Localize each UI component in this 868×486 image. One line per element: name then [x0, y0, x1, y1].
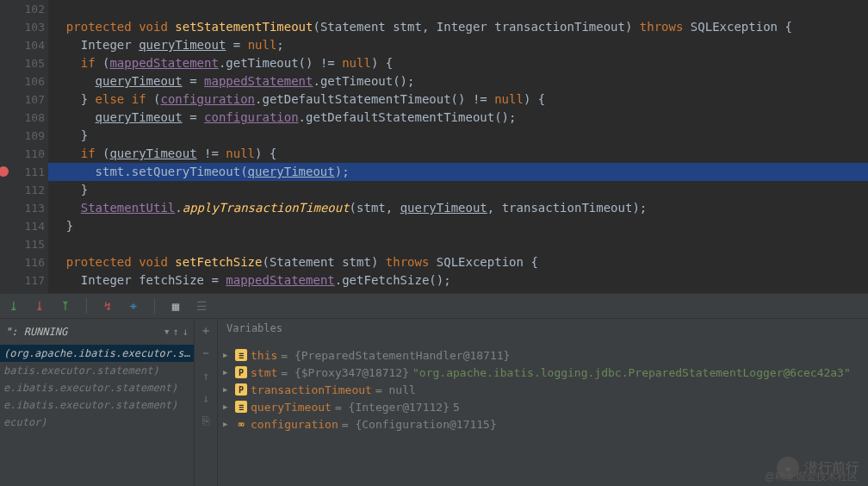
code-line[interactable]: stmt.setQueryTimeout(queryTimeout);	[52, 163, 868, 181]
frame-row[interactable]: e.ibatis.executor.statement)	[0, 379, 194, 396]
var-name: this	[251, 349, 277, 362]
gutter-line[interactable]: 117	[0, 271, 45, 290]
gutter-line[interactable]: 116	[0, 253, 45, 271]
frames-panel: ": RUNNING ▼ ↑ ↓ (org.apache.ibatis.exec…	[0, 319, 195, 486]
copy-icon[interactable]: ⎘	[199, 414, 213, 427]
expand-icon[interactable]: ▶	[223, 351, 232, 359]
add-watch-icon[interactable]: ＋	[199, 324, 213, 338]
code-line[interactable]: } else if (configuration.getDefaultState…	[52, 90, 868, 109]
vars-toolbar: ＋ － ↑ ↓ ⎘	[195, 319, 218, 486]
var-name: stmt	[251, 366, 277, 379]
list-icon[interactable]: ☰	[195, 299, 208, 313]
variables-header: Variables	[218, 319, 868, 345]
param-icon: P	[235, 366, 247, 378]
download-red-icon[interactable]: ⤓	[33, 299, 46, 313]
gutter-line[interactable]: 110	[0, 145, 45, 163]
down-icon[interactable]: ↓	[199, 391, 213, 405]
variables-tree[interactable]: ▶≡this = {PreparedStatementHandler@18711…	[218, 345, 868, 486]
var-name: transactionTimeout	[251, 383, 372, 396]
code-editor[interactable]: 1021031041051061071081091101111121131141…	[0, 0, 868, 293]
frame-row[interactable]: e.ibatis.executor.statement)	[0, 396, 194, 414]
frame-list[interactable]: (org.apache.ibatis.executor.statement)ba…	[0, 345, 194, 431]
var-name: queryTimeout	[251, 401, 332, 414]
var-num: 5	[453, 401, 460, 414]
debug-toolbar: ⤓ ⤓ ⤒ ↯ ⌖ ▦ ☰	[0, 294, 868, 319]
expand-icon[interactable]: ▶	[223, 420, 232, 428]
code-line[interactable]: protected void setStatementTimeout(State…	[52, 18, 868, 36]
gutter-line[interactable]: 112	[0, 181, 45, 199]
gutter-line[interactable]: 109	[0, 127, 45, 145]
var-value: = {Configuration@17115}	[342, 418, 497, 431]
download-icon[interactable]: ⤓	[7, 299, 21, 313]
gutter: 1021031041051061071081091101111121131141…	[0, 0, 48, 293]
cursor-icon[interactable]: ⌖	[127, 299, 140, 313]
code-line[interactable]: Integer fetchSize = mappedStatement.getF…	[52, 271, 868, 290]
frames-header: ": RUNNING ▼ ↑ ↓	[0, 319, 194, 345]
code-line[interactable]: }	[52, 127, 868, 145]
next-frame-icon[interactable]: ↓	[183, 326, 189, 338]
gutter-line[interactable]: 108	[0, 109, 45, 127]
var-value: = {Integer@17112}	[335, 401, 450, 414]
dropdown-icon[interactable]: ▼	[164, 327, 169, 336]
gutter-line[interactable]: 107	[0, 90, 45, 109]
var-value: = null	[375, 383, 416, 396]
variables-panel: Variables ▶≡this = {PreparedStatementHan…	[218, 319, 868, 486]
prev-frame-icon[interactable]: ↑	[173, 326, 179, 338]
expand-icon[interactable]: ▶	[223, 402, 232, 411]
variable-row[interactable]: ▶≡queryTimeout = {Integer@17112} 5	[218, 398, 868, 415]
gutter-line[interactable]: 102	[0, 0, 45, 18]
separator	[154, 298, 155, 314]
gutter-line[interactable]: 115	[0, 235, 45, 253]
debug-panel: ⤓ ⤓ ⤒ ↯ ⌖ ▦ ☰ ": RUNNING ▼ ↑ ↓ (org.apac…	[0, 293, 868, 486]
separator	[86, 298, 87, 314]
gutter-line[interactable]: 103	[0, 18, 45, 36]
code-line[interactable]: queryTimeout = mappedStatement.getTimeou…	[52, 72, 868, 90]
var-value: = {PreparedStatementHandler@18711}	[281, 349, 510, 362]
gutter-line[interactable]: 104	[0, 36, 45, 54]
code-line[interactable]: protected void setFetchSize(Statement st…	[52, 253, 868, 271]
code-line[interactable]	[52, 235, 868, 253]
code-line[interactable]: }	[52, 181, 868, 199]
code-line[interactable]	[52, 0, 868, 18]
object-icon: ∞	[235, 418, 247, 430]
field-icon: ≡	[235, 349, 247, 361]
frame-row[interactable]: (org.apache.ibatis.executor.statement)	[0, 345, 194, 362]
up-icon[interactable]: ↑	[199, 369, 213, 383]
variable-row[interactable]: ▶PtransactionTimeout = null	[218, 381, 868, 398]
gutter-line[interactable]: 113	[0, 199, 45, 217]
debug-lower: ": RUNNING ▼ ↑ ↓ (org.apache.ibatis.exec…	[0, 319, 868, 486]
code-line[interactable]: }	[52, 217, 868, 235]
upload-icon[interactable]: ⤒	[59, 299, 72, 313]
remove-watch-icon[interactable]: －	[199, 346, 213, 360]
variable-row[interactable]: ▶∞configuration = {Configuration@17115}	[218, 415, 868, 433]
code-line[interactable]: if (mappedStatement.getTimeout() != null…	[52, 54, 868, 72]
var-string: "org.apache.ibatis.logging.jdbc.Prepared…	[412, 366, 851, 379]
breakpoint-icon[interactable]	[0, 166, 9, 177]
code-line[interactable]: queryTimeout = configuration.getDefaultS…	[52, 109, 868, 127]
gutter-line[interactable]: 106	[0, 72, 45, 90]
variable-row[interactable]: ▶≡this = {PreparedStatementHandler@18711…	[218, 346, 868, 364]
thread-combo[interactable]: ": RUNNING	[5, 326, 161, 338]
param-icon: P	[235, 383, 247, 396]
variable-row[interactable]: ▶Pstmt = {$Proxy347@18712} "org.apache.i…	[218, 364, 868, 381]
table-icon[interactable]: ▦	[169, 299, 183, 313]
watermark-sub: @稀土掘金技术社区	[765, 470, 858, 484]
expand-icon[interactable]: ▶	[223, 368, 232, 377]
code-line[interactable]: Integer queryTimeout = null;	[52, 36, 868, 54]
frame-row[interactable]: batis.executor.statement)	[0, 362, 194, 379]
gutter-line[interactable]: 111	[0, 163, 45, 181]
field-icon: ≡	[235, 401, 247, 413]
loop-icon[interactable]: ↯	[101, 299, 115, 313]
frame-row[interactable]: ecutor)	[0, 414, 194, 431]
gutter-line[interactable]: 114	[0, 217, 45, 235]
code-line[interactable]: StatementUtil.applyTransactionTimeout(st…	[52, 199, 868, 217]
code-area[interactable]: protected void setStatementTimeout(State…	[48, 0, 868, 293]
code-line[interactable]: if (queryTimeout != null) {	[52, 145, 868, 163]
var-name: configuration	[251, 418, 338, 431]
expand-icon[interactable]: ▶	[223, 385, 232, 394]
var-value: = {$Proxy347@18712}	[281, 366, 409, 379]
gutter-line[interactable]: 105	[0, 54, 45, 72]
